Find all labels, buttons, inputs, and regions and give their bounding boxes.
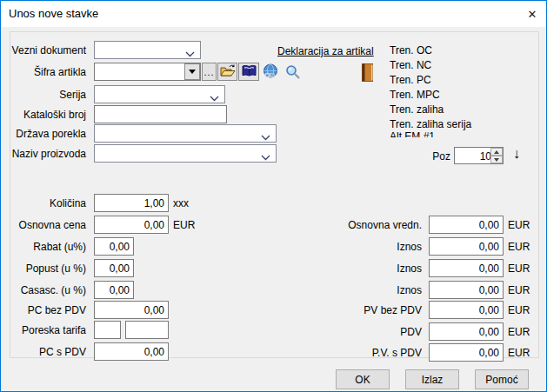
spin-down-button[interactable] [490, 156, 503, 163]
search-button[interactable] [285, 64, 301, 80]
poreska-tarifa-label: Poreska tarifa [3, 324, 86, 336]
kolicina-input[interactable] [94, 194, 169, 212]
chevron-down-icon [185, 48, 195, 60]
drzava-porekla-label: Država porekla [3, 128, 86, 140]
spinner-up-down-icons [490, 148, 503, 163]
pdv-label: PDV [262, 326, 422, 338]
globe-link-button[interactable] [262, 63, 279, 80]
chevron-down-icon [261, 131, 270, 143]
pv-bez-pdv-label: PV bez PDV [262, 304, 422, 316]
osnovna-vredn-input[interactable] [429, 216, 504, 234]
iznos1-label: Iznos [262, 241, 422, 253]
pv-s-pdv-currency-suffix: EUR [508, 347, 530, 359]
tren-oc-label: Tren. OC [390, 44, 432, 56]
drzava-porekla-combo[interactable] [94, 124, 277, 143]
dropdown-arrow-icon [189, 70, 196, 74]
popust-input[interactable] [94, 259, 134, 277]
casasc-input[interactable] [94, 281, 134, 299]
vezni-dokument-label: Vezni dokument [3, 44, 86, 56]
casasc-label: Casasc. (u %) [3, 284, 86, 296]
spin-up-button[interactable] [490, 148, 503, 156]
iznos2-currency-suffix: EUR [508, 262, 530, 275]
kataloski-broj-label: Kataloški broj [3, 109, 86, 121]
pc-bez-pdv-label: PC bez PDV [3, 304, 86, 316]
popust-label: Popust (u %) [3, 262, 86, 275]
izlaz-button[interactable]: Izlaz [405, 369, 459, 389]
serija-combo[interactable] [94, 85, 225, 103]
book-icon [241, 64, 257, 80]
chevron-down-icon [261, 151, 270, 163]
window-title: Unos nove stavke [9, 7, 98, 20]
brown-book-icon [362, 63, 374, 84]
osnovna-vredn-currency-suffix: EUR [508, 219, 530, 231]
osnovna-cena-currency-suffix: EUR [173, 219, 195, 231]
iznos3-currency-suffix: EUR [508, 284, 530, 296]
dialog-unos-nove-stavke: Unos nove stavke ✕ Vezni dokument Šifra … [0, 0, 547, 392]
rabat-input[interactable] [94, 237, 134, 256]
tren-nc-label: Tren. NC [390, 59, 431, 71]
catalog-book-button[interactable] [238, 63, 259, 81]
chevron-down-icon [210, 92, 219, 104]
iznos2-label: Iznos [262, 262, 422, 275]
sifra-artikla-label: Šifra artikla [3, 66, 86, 78]
kolicina-label: Količina [3, 197, 86, 209]
pv-s-pdv-label: P.V. s PDV [262, 347, 422, 359]
ok-button[interactable]: OK [336, 369, 390, 389]
osnovna-cena-label: Osnovna cena [3, 219, 86, 231]
pc-bez-pdv-input[interactable] [94, 301, 169, 319]
open-folder-button[interactable] [217, 63, 237, 81]
sifra-dropdown-button[interactable] [184, 63, 200, 80]
pdv-input[interactable] [429, 322, 504, 341]
down-arrow-icon[interactable]: ↓ [513, 146, 520, 162]
pv-bez-pdv-currency-suffix: EUR [508, 304, 530, 316]
poreska-tarifa-code-input[interactable] [94, 321, 121, 339]
iznos1-input[interactable] [429, 237, 504, 256]
iznos3-input[interactable] [429, 281, 504, 299]
poz-input[interactable] [455, 148, 493, 165]
pv-s-pdv-input[interactable] [429, 343, 504, 362]
kolicina-unit-suffix: xxx [173, 197, 189, 209]
vezni-dokument-combo[interactable] [94, 41, 201, 59]
tren-pc-label: Tren. PC [390, 74, 431, 86]
pv-bez-pdv-input[interactable] [429, 301, 504, 319]
poz-spinner[interactable] [454, 147, 504, 164]
magnifier-icon [285, 70, 301, 83]
iznos3-label: Iznos [262, 284, 422, 296]
iznos2-input[interactable] [429, 259, 504, 277]
browse-ellipsis-button[interactable]: ... [202, 63, 217, 81]
osnovna-cena-input[interactable] [94, 216, 169, 234]
titlebar: Unos nove stavke ✕ [1, 1, 546, 27]
kataloski-broj-input[interactable] [94, 105, 227, 123]
osnovna-vredn-label: Osnovna vredn. [262, 219, 422, 231]
close-button[interactable]: ✕ [520, 3, 544, 24]
tren-zaliha-label: Tren. zaliha [390, 103, 444, 116]
pdv-currency-suffix: EUR [508, 326, 530, 338]
pomoc-button[interactable]: Pomoć [475, 369, 529, 389]
poreska-tarifa-name-input[interactable] [125, 321, 169, 339]
globe-link-icon [262, 70, 279, 83]
rabat-label: Rabat (u%) [3, 241, 86, 253]
serija-label: Serija [3, 89, 86, 101]
naziv-proizvoda-label: Naziv proizvoda [3, 148, 86, 160]
pc-s-pdv-label: PC s PDV [3, 346, 86, 358]
naziv-proizvoda-combo[interactable] [94, 144, 277, 163]
close-icon: ✕ [528, 8, 537, 21]
tren-mpc-label: Tren. MPC [390, 89, 440, 101]
pc-s-pdv-input[interactable] [94, 342, 169, 361]
poz-label: Poz [376, 150, 450, 163]
open-folder-icon [220, 64, 236, 80]
tren-zaliha-serija-label: Tren. zaliha serija [390, 118, 471, 130]
deklaracija-za-artikal-link[interactable]: Deklaracija za artikal [277, 45, 374, 57]
alt-em-label: Alt EM #1 [390, 130, 435, 137]
iznos1-currency-suffix: EUR [508, 241, 530, 253]
